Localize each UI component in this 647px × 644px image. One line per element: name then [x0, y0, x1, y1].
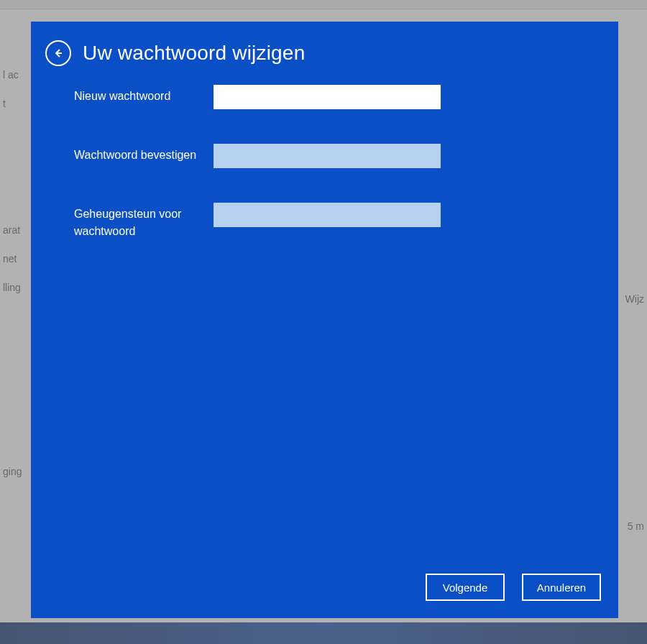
- new-password-label: Nieuw wachtwoord: [74, 85, 214, 105]
- modal-title: Uw wachtwoord wijzigen: [83, 42, 305, 65]
- confirm-password-label: Wachtwoord bevestigen: [74, 144, 214, 164]
- arrow-left-icon: [52, 47, 64, 59]
- new-password-input[interactable]: [214, 85, 441, 109]
- change-password-modal: Uw wachtwoord wijzigen Nieuw wachtwoord …: [31, 22, 618, 618]
- password-hint-input[interactable]: [214, 203, 441, 227]
- field-row-password-hint: Geheugensteun voor wachtwoord: [74, 203, 604, 240]
- back-button[interactable]: [45, 40, 71, 66]
- field-row-confirm-password: Wachtwoord bevestigen: [74, 144, 604, 168]
- password-form: Nieuw wachtwoord Wachtwoord bevestigen G…: [31, 73, 618, 240]
- confirm-password-input[interactable]: [214, 144, 441, 168]
- password-hint-label: Geheugensteun voor wachtwoord: [74, 203, 214, 240]
- modal-header: Uw wachtwoord wijzigen: [31, 22, 618, 73]
- next-button[interactable]: Volgende: [426, 574, 505, 601]
- field-row-new-password: Nieuw wachtwoord: [74, 85, 604, 109]
- modal-footer: Volgende Annuleren: [426, 574, 601, 601]
- cancel-button[interactable]: Annuleren: [522, 574, 601, 601]
